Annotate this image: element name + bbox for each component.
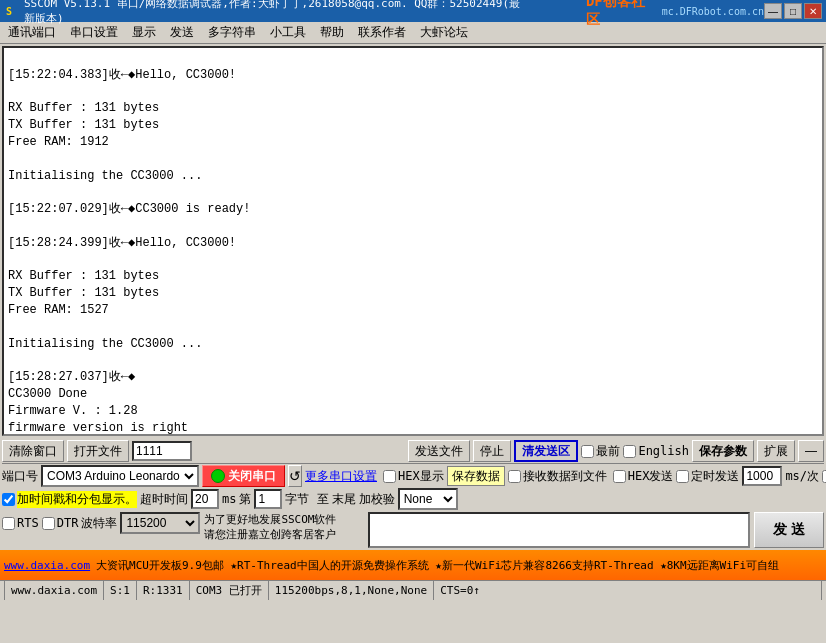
menu-comm-port[interactable]: 通讯端口 — [2, 22, 62, 43]
dtr-label: DTR — [42, 516, 79, 530]
timeout-unit: ms — [222, 492, 236, 506]
menu-display[interactable]: 显示 — [126, 22, 162, 43]
status-r-text: R:1331 — [143, 584, 183, 597]
save-data-button[interactable]: 保存数据 — [447, 466, 505, 486]
status-r: R:1331 — [137, 581, 190, 600]
refresh-button[interactable]: ↺ — [288, 465, 302, 487]
page-num-input[interactable] — [254, 489, 282, 509]
char-label: 字节 至 — [285, 491, 328, 508]
status-port-text: COM3 已打开 — [196, 583, 262, 598]
cmd-input[interactable] — [132, 441, 192, 461]
rts-label: RTS — [2, 516, 39, 530]
timeout-input[interactable] — [191, 489, 219, 509]
status-baud-info: 115200bps,8,1,None,None — [269, 581, 434, 600]
status-s-text: S:1 — [110, 584, 130, 597]
last-checkbox[interactable] — [581, 445, 594, 458]
status-baud-text: 115200bps,8,1,None,None — [275, 584, 427, 597]
send-row: 发 送 — [368, 512, 824, 548]
left-controls: RTS DTR 波特率 115200 — [2, 512, 200, 535]
page-label: 第 — [239, 491, 251, 508]
maximize-button[interactable]: □ — [784, 3, 802, 19]
port-select[interactable]: COM3 Arduino Leonardo — [41, 465, 199, 487]
menu-contact[interactable]: 联系作者 — [352, 22, 412, 43]
status-port-info: COM3 已打开 — [190, 581, 269, 600]
menu-send[interactable]: 发送 — [164, 22, 200, 43]
open-file-button[interactable]: 打开文件 — [67, 440, 129, 462]
verify-label: 加校验 — [359, 491, 395, 508]
baud-label: 波特率 — [81, 515, 117, 532]
controls-area: 清除窗口 打开文件 发送文件 停止 清发送区 最前 English 保存参数 扩… — [0, 438, 826, 550]
send-button[interactable]: 发 送 — [754, 512, 824, 548]
title-bar: S SSCOM V5.13.1 串口/网络数据调试器,作者:大虾丁丁,26180… — [0, 0, 826, 22]
timed-send-label: 定时发送 — [676, 468, 739, 485]
stop-button[interactable]: 停止 — [473, 440, 511, 462]
recv-to-file-label: 接收数据到文件 — [508, 468, 607, 485]
controls-row2: 端口号 COM3 Arduino Leonardo 关闭串口 ↺ 更多串口设置 … — [2, 465, 824, 487]
indicator-green — [211, 469, 225, 483]
controls-row4-5: RTS DTR 波特率 115200 为了更好地发展SSCOM软件 请您注册嘉立… — [2, 512, 824, 548]
status-cts: CTS=0↑ — [434, 581, 822, 600]
english-checkbox-label: English — [623, 444, 689, 458]
app-icon: S — [4, 3, 20, 19]
add-timestamp-checkbox[interactable] — [2, 493, 15, 506]
menu-forum[interactable]: 大虾论坛 — [414, 22, 474, 43]
controls-row3: 加时间戳和分包显示。 超时时间 ms 第 字节 至 末尾 加校验 None — [2, 488, 824, 510]
send-file-button[interactable]: 发送文件 — [408, 440, 470, 462]
terminal-output: [15:22:04.383]收←◆Hello, CC3000! RX Buffe… — [2, 46, 824, 436]
cr-lf-label: 加回车换行 — [822, 468, 826, 485]
hex-send-checkbox[interactable] — [613, 470, 626, 483]
timeout-label: 超时时间 — [140, 491, 188, 508]
close-port-button[interactable]: 关闭串口 — [202, 465, 285, 487]
status-website: www.daxia.com — [4, 581, 104, 600]
baud-select[interactable]: 115200 — [120, 512, 200, 534]
expand-button[interactable]: 扩展 — [757, 440, 795, 462]
hex-send-label: HEX发送 — [613, 468, 674, 485]
clear-window-button[interactable]: 清除窗口 — [2, 440, 64, 462]
df-url: mc.DFRobot.com.cn — [662, 6, 764, 17]
terminal-text: [15:22:04.383]收←◆Hello, CC3000! RX Buffe… — [8, 68, 318, 436]
timed-unit: ms/次 — [785, 468, 819, 485]
menu-multi-string[interactable]: 多字符串 — [202, 22, 262, 43]
rts-dtr-row: RTS DTR 波特率 115200 — [2, 512, 200, 534]
port-label: 端口号 — [2, 468, 38, 485]
title-buttons: — □ ✕ — [764, 3, 822, 19]
svg-text:S: S — [6, 6, 12, 17]
save-params-button[interactable]: 保存参数 — [692, 440, 754, 462]
minimize-button[interactable]: — — [764, 3, 782, 19]
promo-text: 为了更好地发展SSCOM软件 请您注册嘉立创跨客居客户 — [204, 512, 364, 543]
status-bar: www.daxia.com S:1 R:1331 COM3 已打开 115200… — [0, 580, 826, 600]
bottom-band-text: 大资讯MCU开发板9.9包邮 ★RT-Thread中国人的开源免费操作系统 ★新… — [96, 558, 779, 573]
status-cts-text: CTS=0↑ — [440, 584, 480, 597]
minus-button[interactable]: — — [798, 440, 824, 462]
status-website-text: www.daxia.com — [11, 584, 97, 597]
status-s: S:1 — [104, 581, 137, 600]
menu-serial-settings[interactable]: 串口设置 — [64, 22, 124, 43]
timed-send-checkbox[interactable] — [676, 470, 689, 483]
last-checkbox-label: 最前 — [581, 443, 620, 460]
bottom-band: www.daxia.com 大资讯MCU开发板9.9包邮 ★RT-Thread中… — [0, 550, 826, 580]
more-ports-link[interactable]: 更多串口设置 — [305, 468, 377, 485]
verify-select[interactable]: None — [398, 488, 458, 510]
cr-lf-checkbox[interactable] — [822, 470, 826, 483]
rts-checkbox[interactable] — [2, 517, 15, 530]
recv-to-file-checkbox[interactable] — [508, 470, 521, 483]
hex-display-checkbox[interactable] — [383, 470, 396, 483]
end-label: 末尾 — [332, 491, 356, 508]
dtr-checkbox[interactable] — [42, 517, 55, 530]
website-link[interactable]: www.daxia.com — [4, 559, 90, 572]
hex-display-label: HEX显示 — [383, 468, 444, 485]
english-checkbox[interactable] — [623, 445, 636, 458]
add-timestamp-label: 加时间戳和分包显示。 — [2, 491, 137, 508]
close-button[interactable]: ✕ — [804, 3, 822, 19]
df-logo: DF创客社区 — [586, 0, 654, 29]
controls-row1: 清除窗口 打开文件 发送文件 停止 清发送区 最前 English 保存参数 扩… — [2, 440, 824, 462]
send-input[interactable] — [368, 512, 750, 548]
menu-tools[interactable]: 小工具 — [264, 22, 312, 43]
timed-value-input[interactable] — [742, 466, 782, 486]
clear-send-area-button[interactable]: 清发送区 — [514, 440, 578, 462]
menu-help[interactable]: 帮助 — [314, 22, 350, 43]
